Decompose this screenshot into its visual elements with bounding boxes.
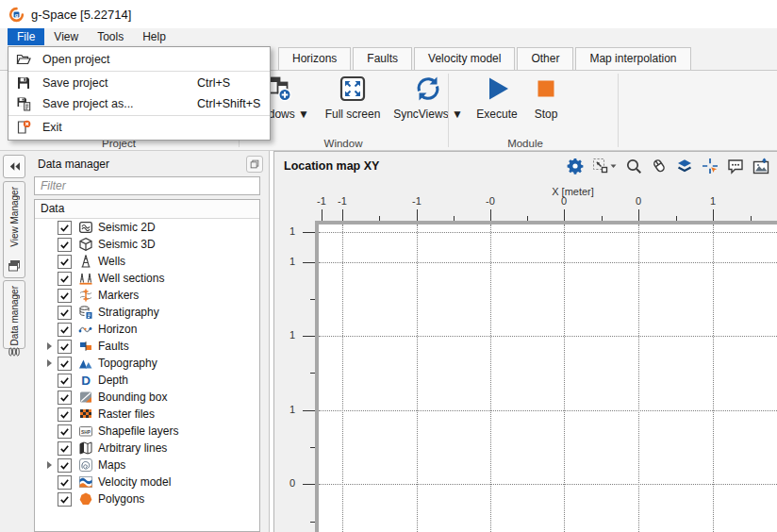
file-menu-item-save-project-as[interactable]: Save project as...Ctrl+Shift+S xyxy=(8,93,270,114)
crosshair-tool-button[interactable] xyxy=(702,158,719,175)
tree-item-polygons[interactable]: Polygons xyxy=(35,490,259,507)
checkbox[interactable] xyxy=(58,407,72,422)
collapse-left-icon xyxy=(8,159,22,174)
select-mode-tool-button[interactable] xyxy=(592,158,617,175)
panel-splitter[interactable] xyxy=(269,151,270,532)
wells-icon xyxy=(77,254,93,269)
tree-item-wells[interactable]: Wells xyxy=(35,253,259,270)
tree-item-label: Horizon xyxy=(98,323,137,336)
app-logo-icon: g xyxy=(8,7,25,23)
execute-icon xyxy=(483,75,511,103)
checkbox[interactable] xyxy=(58,289,72,303)
sync-views-button[interactable]: SyncViews ▼ xyxy=(388,75,468,133)
x-tick-label: -0 xyxy=(471,195,509,207)
tree-item-topography[interactable]: Topography xyxy=(35,355,259,372)
checkbox[interactable] xyxy=(58,340,72,354)
checkbox[interactable] xyxy=(58,238,72,252)
checkbox[interactable] xyxy=(58,323,72,337)
comment-tool-button[interactable] xyxy=(727,158,744,175)
file-menu-item-open-project[interactable]: Open project xyxy=(8,49,270,70)
stop-icon xyxy=(532,75,560,103)
tree-item-markers[interactable]: Markers xyxy=(35,287,259,304)
ribbon-tab-faults[interactable]: Faults xyxy=(353,47,412,70)
expand-arrow-icon[interactable] xyxy=(43,341,56,353)
stop-button[interactable]: Stop xyxy=(524,75,568,133)
tree-item-label: Raster files xyxy=(98,407,155,421)
file-menu-item-label: Open project xyxy=(42,53,110,66)
checkbox[interactable] xyxy=(58,441,72,456)
tree-item-label: Seismic 3D xyxy=(98,238,156,251)
full-screen-button[interactable]: Full screen xyxy=(317,75,388,133)
checkbox[interactable] xyxy=(58,272,72,286)
x-tick-label: -1 xyxy=(323,195,361,207)
x-tick xyxy=(527,216,528,221)
ribbon-tab-map-interpolation[interactable]: Map interpolation xyxy=(575,47,690,70)
expand-arrow-icon[interactable] xyxy=(43,459,56,472)
checkbox[interactable] xyxy=(58,255,72,269)
file-menu-dropdown: Open projectSave projectCtrl+SSave proje… xyxy=(8,46,271,141)
y-tick xyxy=(310,522,315,523)
tree-item-shapefile-layers[interactable]: SHPShapefile layers xyxy=(35,423,259,440)
tree-item-maps[interactable]: Maps xyxy=(35,457,259,474)
x-tick-label: 0 xyxy=(620,195,657,207)
checkbox[interactable] xyxy=(58,374,72,388)
tree-item-raster-files[interactable]: Raster files xyxy=(35,406,259,423)
tree-item-bounding-box[interactable]: Bounding box xyxy=(35,389,259,406)
tree-item-label: Stratigraphy xyxy=(98,306,159,319)
checkbox[interactable] xyxy=(58,492,72,507)
comment-icon xyxy=(727,158,744,175)
view-manager-icon xyxy=(8,259,21,273)
y-tick-label: 0 xyxy=(276,477,295,489)
tree-item-depth[interactable]: DDepth xyxy=(35,372,259,389)
checkbox[interactable] xyxy=(58,221,72,235)
tree-item-seismic-2d[interactable]: Seismic 2D xyxy=(35,219,259,236)
checkbox[interactable] xyxy=(58,424,72,439)
x-tick xyxy=(676,216,677,221)
layers-tool-button[interactable] xyxy=(676,158,693,175)
menu-tools[interactable]: Tools xyxy=(88,28,133,45)
float-panel-button[interactable] xyxy=(246,156,263,173)
export-image-tool-button[interactable] xyxy=(752,158,769,175)
menu-help[interactable]: Help xyxy=(133,28,175,45)
file-menu-item-exit[interactable]: Exit xyxy=(8,117,270,138)
tree-item-stratigraphy[interactable]: Stratigraphy xyxy=(35,304,259,321)
checkbox[interactable] xyxy=(58,357,72,371)
ribbon-tab-other[interactable]: Other xyxy=(517,47,573,70)
menu-separator xyxy=(8,71,270,72)
grid-line-horizontal xyxy=(319,336,777,338)
file-menu-item-save-project[interactable]: Save projectCtrl+S xyxy=(8,73,270,93)
select-mode-icon xyxy=(592,158,617,175)
execute-button[interactable]: Execute xyxy=(470,75,524,133)
open-project-icon xyxy=(16,52,33,67)
checkbox[interactable] xyxy=(58,306,72,320)
pan-mouse-tool-button[interactable] xyxy=(651,158,668,175)
grid-line-vertical xyxy=(638,224,640,532)
grid-line-horizontal xyxy=(319,262,777,264)
zoom-tool-button[interactable] xyxy=(625,158,642,175)
tree-item-seismic-3d[interactable]: Seismic 3D xyxy=(35,236,259,253)
tree-item-faults[interactable]: Faults xyxy=(35,338,259,355)
checkbox[interactable] xyxy=(58,391,72,405)
grid-line-vertical xyxy=(490,224,492,532)
y-tick xyxy=(303,262,315,263)
svg-text:SHP: SHP xyxy=(81,430,91,435)
checkbox[interactable] xyxy=(58,458,72,473)
sidebar-tab-view-manager[interactable]: View Manager xyxy=(3,181,25,278)
tree-item-horizon[interactable]: Horizon xyxy=(35,321,259,338)
expand-arrow-icon[interactable] xyxy=(43,357,56,370)
menu-file[interactable]: File xyxy=(8,28,44,45)
ribbon-tab-horizons[interactable]: Horizons xyxy=(278,47,351,70)
ribbon-tab-velocity-model[interactable]: Velocity model xyxy=(414,47,515,70)
seismic-3d-icon xyxy=(77,237,93,252)
menu-view[interactable]: View xyxy=(44,28,88,45)
x-tick xyxy=(638,209,639,221)
checkbox[interactable] xyxy=(58,475,72,490)
filter-input[interactable] xyxy=(34,176,260,195)
data-manager-panel: Data manager Data Seismic 2DSeismic 3DWe… xyxy=(28,151,269,532)
tree-item-well-sections[interactable]: Well sections xyxy=(35,270,259,287)
sidebar-tab-data-manager[interactable]: Data manager xyxy=(3,280,25,349)
tree-item-arbitrary-lines[interactable]: Arbitrary lines xyxy=(35,440,259,457)
tree-item-velocity-model[interactable]: Velocity model xyxy=(35,474,259,490)
settings-tool-button[interactable] xyxy=(567,158,584,175)
collapse-sidebar-button[interactable] xyxy=(3,155,25,178)
